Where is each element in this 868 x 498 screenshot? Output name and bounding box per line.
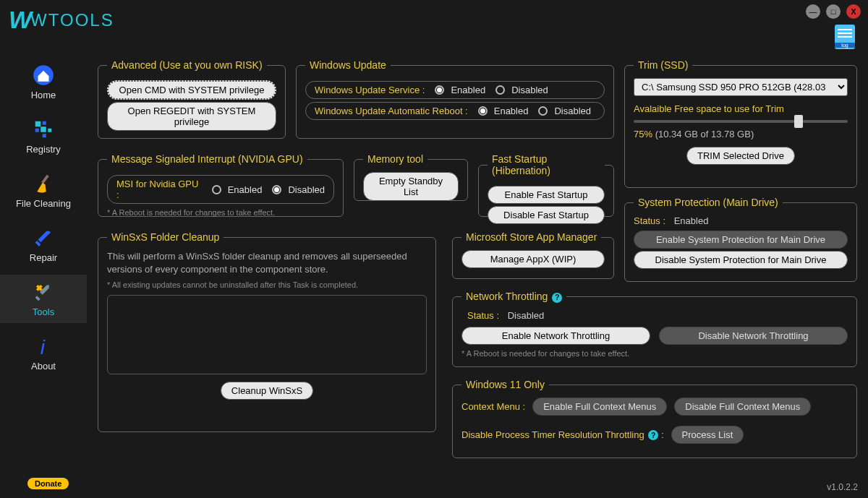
svg-rect-2 — [43, 121, 46, 125]
empty-standby-button[interactable]: Empty Standby List — [363, 172, 459, 201]
winsxs-desc: This will perform a WinSxS folder cleanu… — [107, 250, 427, 276]
cleanup-winsxs-button[interactable]: Cleanup WinSxS — [221, 382, 313, 400]
disable-sysprot-button[interactable]: Disable System Protection for Main Drive — [634, 251, 848, 269]
enable-netthrottle-button[interactable]: Enable Network Throttling — [461, 327, 650, 345]
sidebar-item-home[interactable]: Home — [0, 58, 87, 106]
open-regedit-system-button[interactable]: Open REGEDIT with SYSTEM privilege — [107, 102, 276, 131]
trim-group: Trim (SSD) C:\ Samsung SSD 950 PRO 512GB… — [624, 59, 857, 188]
fast-startup-group: Fast Startup (Hibernation) Enable Fast S… — [478, 153, 614, 217]
info-icon: i — [32, 335, 55, 358]
trim-legend: Trim (SSD) — [634, 59, 692, 71]
registry-icon — [32, 118, 55, 141]
msi-enabled-radio[interactable] — [212, 185, 221, 194]
winsxs-group: WinSxS Folder Cleanup This will perform … — [98, 231, 436, 432]
trim-slider-thumb[interactable] — [794, 115, 803, 128]
sidebar-item-tools[interactable]: Tools — [0, 275, 87, 323]
wu-reboot-enabled-radio[interactable] — [478, 106, 488, 116]
appmgr-legend: Microsoft Store App Manager — [461, 231, 601, 243]
enable-fast-startup-button[interactable]: Enable Fast Startup — [488, 186, 605, 204]
svg-line-7 — [43, 176, 48, 183]
msi-legend: Message Signaled Interrupt (NVIDIA GPU) — [107, 153, 307, 165]
sidebar-item-label: Tools — [33, 306, 54, 317]
help-icon[interactable]: ? — [552, 293, 562, 303]
svg-rect-9 — [35, 296, 41, 301]
netthrottle-status-value: Disabled — [508, 310, 545, 321]
fast-legend: Fast Startup (Hibernation) — [488, 153, 605, 176]
disable-netthrottle-button[interactable]: Disable Network Throttling — [659, 327, 848, 345]
wrench-icon — [32, 226, 55, 249]
wu-service-enabled-radio[interactable] — [435, 85, 444, 95]
log-button[interactable]: log — [835, 25, 858, 53]
msi-row: MSI for Nvidia GPU : Enabled Disabled — [107, 175, 334, 204]
trim-slider[interactable] — [634, 120, 848, 123]
app-manager-group: Microsoft Store App Manager Manage AppX … — [452, 231, 614, 279]
sysprot-status-label: Status : — [634, 215, 665, 226]
wu-service-row: Windows Update Service : Enabled Disable… — [305, 81, 605, 99]
process-list-button[interactable]: Process List — [671, 426, 744, 444]
tools-icon — [32, 280, 55, 304]
home-icon — [32, 64, 55, 87]
advanced-legend: Advanced (Use at you own RISK) — [107, 59, 267, 71]
sidebar-item-about[interactable]: i About — [0, 329, 87, 377]
trim-free-label: Avalaible Free space to use for Trim — [634, 103, 848, 114]
enable-full-context-button[interactable]: Enable Full Context Menus — [532, 398, 667, 416]
windows-update-group: Windows Update Windows Update Service : … — [296, 59, 614, 139]
win11-legend: Windows 11 Only — [461, 379, 549, 390]
netthrottle-note: * A Reboot is needed for changes to take… — [461, 349, 848, 358]
wu-reboot-row: Windows Update Automatic Reboot : Enable… — [305, 102, 605, 120]
sysprot-status-value: Enabled — [674, 215, 709, 226]
msi-note: * A Reboot is needed for changes to take… — [107, 208, 334, 217]
msi-disabled-radio[interactable] — [272, 185, 281, 194]
trim-button[interactable]: TRIM Selected Drive — [686, 147, 795, 165]
main-content: Advanced (Use at you own RISK) Open CMD … — [98, 59, 858, 472]
svg-text:i: i — [41, 336, 46, 357]
svg-rect-4 — [41, 126, 46, 132]
sidebar-item-label: Registry — [26, 144, 61, 155]
trim-pct: 75% — [634, 129, 652, 139]
wu-reboot-label: Windows Update Automatic Reboot : — [315, 106, 468, 116]
log-icon-label: log — [835, 43, 855, 48]
winsxs-output — [107, 295, 427, 374]
sidebar-item-registry[interactable]: Registry — [0, 112, 87, 160]
disable-full-context-button[interactable]: Disable Full Context Menus — [674, 398, 811, 416]
sidebar-item-repair[interactable]: Repair — [0, 220, 87, 269]
wu-service-label: Windows Update Service : — [315, 85, 425, 95]
trim-usage: 75% (10.34 GB of 13.78 GB) — [634, 129, 848, 139]
msi-group: Message Signaled Interrupt (NVIDIA GPU) … — [98, 153, 344, 217]
titlebar: — □ X — [806, 0, 868, 10]
winsxs-legend: WinSxS Folder Cleanup — [107, 231, 224, 243]
maximize-button[interactable]: □ — [826, 4, 841, 19]
help-icon[interactable]: ? — [648, 430, 658, 440]
minimize-button[interactable]: — — [806, 4, 820, 19]
netthrottle-legend: Network Throttling ? — [461, 291, 566, 303]
app-title: WTOOLS — [30, 10, 114, 30]
system-protection-group: System Protection (Main Drive) Status : … — [624, 197, 857, 282]
svg-rect-6 — [43, 134, 46, 137]
open-cmd-system-button[interactable]: Open CMD with SYSTEM privilege — [107, 80, 276, 100]
memory-legend: Memory tool — [363, 153, 427, 165]
app-window: — □ X log W WTOOLS Home Registry File Cl… — [0, 0, 868, 498]
disable-fast-startup-button[interactable]: Disable Fast Startup — [488, 206, 605, 224]
donate-button[interactable]: Donate — [27, 478, 69, 489]
manage-appx-button[interactable]: Manage AppX (WIP) — [461, 250, 605, 268]
trim-drive-select[interactable]: C:\ Samsung SSD 950 PRO 512GB (428.03 — [634, 78, 848, 96]
enable-sysprot-button[interactable]: Enable System Protection for Main Drive — [634, 231, 848, 249]
wu-service-disabled-radio[interactable] — [495, 85, 505, 95]
sidebar-item-label: Home — [31, 90, 56, 100]
sidebar-item-file-cleaning[interactable]: File Cleaning — [0, 166, 87, 215]
network-throttling-group: Network Throttling ? Status : Disabled E… — [452, 291, 857, 367]
win11-ctx-label: Context Menu : — [461, 401, 525, 412]
netthrottle-status-label: Status : — [467, 310, 499, 321]
svg-rect-1 — [35, 121, 41, 127]
sysprot-legend: System Protection (Main Drive) — [634, 197, 783, 208]
memory-group: Memory tool Empty Standby List — [354, 153, 468, 201]
msi-label: MSI for Nvidia GPU : — [116, 179, 202, 200]
close-button[interactable]: X — [846, 4, 861, 19]
sidebar-item-label: Repair — [30, 252, 57, 263]
wu-reboot-disabled-radio[interactable] — [538, 106, 548, 116]
advanced-group: Advanced (Use at you own RISK) Open CMD … — [98, 59, 286, 139]
app-logo: W WTOOLS — [9, 6, 114, 34]
version-label: v1.0.2.2 — [827, 482, 858, 492]
svg-rect-5 — [48, 129, 51, 132]
broom-icon — [32, 172, 55, 195]
